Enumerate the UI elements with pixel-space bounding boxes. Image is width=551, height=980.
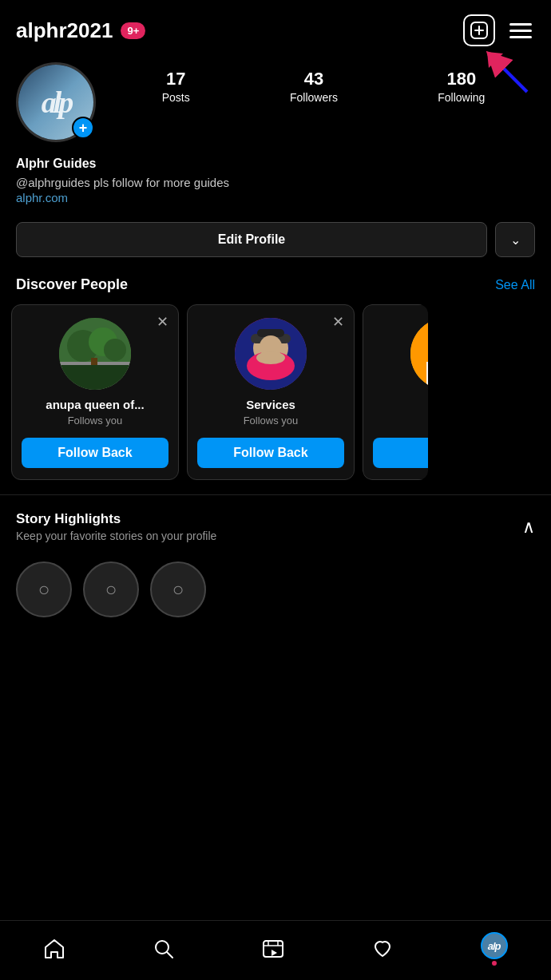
hamburger-line-1: [509, 23, 532, 26]
discover-cards: ✕ anupa queen of... Follows you Follow B…: [0, 304, 551, 480]
follow-back-button-3[interactable]: Follo: [373, 438, 428, 468]
story-highlights-collapse-button[interactable]: ∧: [522, 517, 535, 538]
chevron-up-icon: ∧: [522, 517, 535, 537]
story-highlights-section: Story Highlights Keep your favorite stor…: [0, 494, 551, 550]
avatar-add-button[interactable]: +: [72, 117, 94, 139]
svg-line-24: [167, 952, 172, 958]
edit-profile-button[interactable]: Edit Profile: [16, 222, 487, 257]
nav-search-button[interactable]: [145, 934, 183, 963]
header-icons: [463, 14, 535, 46]
svg-rect-11: [91, 358, 97, 370]
story-highlights-left: Story Highlights Keep your favorite stor…: [16, 511, 216, 542]
followers-stat[interactable]: 43 Followers: [290, 69, 338, 104]
discover-people-title: Discover People: [16, 276, 128, 293]
follow-back-button-2[interactable]: Follow Back: [197, 438, 344, 468]
discover-card-3: Yus Follo Follo: [363, 304, 428, 480]
card-name-2: Services: [246, 398, 295, 411]
highlight-circle-3[interactable]: ○: [150, 561, 206, 617]
top-header: alphr2021 9+: [0, 0, 551, 54]
username: alphr2021: [16, 18, 113, 43]
menu-button[interactable]: [506, 20, 535, 42]
nav-reels-button[interactable]: [254, 934, 292, 963]
discover-header: Discover People See All: [0, 273, 551, 304]
posts-stat[interactable]: 17 Posts: [162, 69, 190, 104]
username-area: alphr2021 9+: [16, 18, 145, 43]
svg-marker-29: [272, 950, 277, 956]
avatar-container: alp +: [16, 62, 96, 142]
bio-handle: @alphrguides: [16, 176, 90, 189]
posts-label: Posts: [162, 91, 190, 104]
nav-home-button[interactable]: [35, 934, 73, 963]
highlights-row: ○ ○ ○: [0, 550, 551, 625]
svg-rect-22: [426, 362, 428, 386]
followers-count: 43: [304, 69, 323, 89]
nav-profile-wrap: alp: [481, 932, 508, 966]
follow-back-button-1[interactable]: Follow Back: [22, 438, 168, 468]
chevron-down-icon: ⌄: [510, 232, 521, 248]
profile-dropdown-button[interactable]: ⌄: [495, 222, 535, 257]
close-card-2-button[interactable]: ✕: [332, 313, 344, 331]
bottom-nav: alp: [0, 920, 551, 980]
card-avatar-3: [410, 318, 428, 390]
svg-point-10: [104, 339, 126, 361]
add-post-button[interactable]: [463, 14, 495, 46]
nav-likes-button[interactable]: [363, 934, 402, 963]
notification-badge: 9+: [121, 22, 145, 39]
bio-tagline: pls follow for more guides: [93, 176, 229, 189]
posts-count: 17: [166, 69, 185, 89]
display-name: Alphr Guides: [16, 157, 535, 171]
followers-label: Followers: [290, 91, 338, 104]
nav-profile-avatar: alp: [481, 932, 508, 959]
nav-profile-dot: [492, 961, 497, 966]
edit-profile-row: Edit Profile ⌄: [0, 216, 551, 273]
close-card-1-button[interactable]: ✕: [157, 313, 168, 331]
see-all-button[interactable]: See All: [495, 278, 535, 292]
bio-section: Alphr Guides @alphrguides pls follow for…: [0, 155, 551, 216]
story-highlights-subtitle: Keep your favorite stories on your profi…: [16, 530, 216, 542]
following-stat[interactable]: 180 Following: [438, 69, 485, 104]
discover-card-2: ✕ Services Follows you Follow Back: [187, 304, 355, 480]
profile-section: alp + 17 Posts 43 Followers 180 Followin…: [0, 54, 551, 155]
svg-point-18: [256, 351, 285, 364]
svg-rect-19: [410, 318, 428, 390]
card-follows-2: Follows you: [244, 415, 299, 427]
card-name-1: anupa queen of...: [46, 398, 144, 411]
card-follows-1: Follows you: [68, 415, 123, 427]
svg-rect-6: [59, 366, 131, 390]
nav-profile-button[interactable]: alp: [473, 929, 516, 969]
highlight-circle-2[interactable]: ○: [83, 561, 139, 617]
hamburger-line-2: [509, 30, 532, 32]
discover-card-3-partial: Yus Follo Follo: [363, 304, 428, 480]
discover-card-1: ✕ anupa queen of... Follows you Follow B…: [11, 304, 179, 480]
stats-row: 17 Posts 43 Followers 180 Following: [112, 62, 535, 104]
hamburger-line-3: [509, 36, 532, 38]
highlight-circle-1[interactable]: ○: [16, 561, 72, 617]
following-label: Following: [438, 91, 485, 104]
card-avatar-1: [59, 318, 131, 390]
bio-website[interactable]: alphr.com: [16, 191, 535, 204]
story-highlights-title: Story Highlights: [16, 511, 216, 527]
card-avatar-2: [235, 318, 307, 390]
following-count: 180: [446, 69, 476, 89]
bio-handle-text: @alphrguides pls follow for more guides: [16, 174, 535, 191]
